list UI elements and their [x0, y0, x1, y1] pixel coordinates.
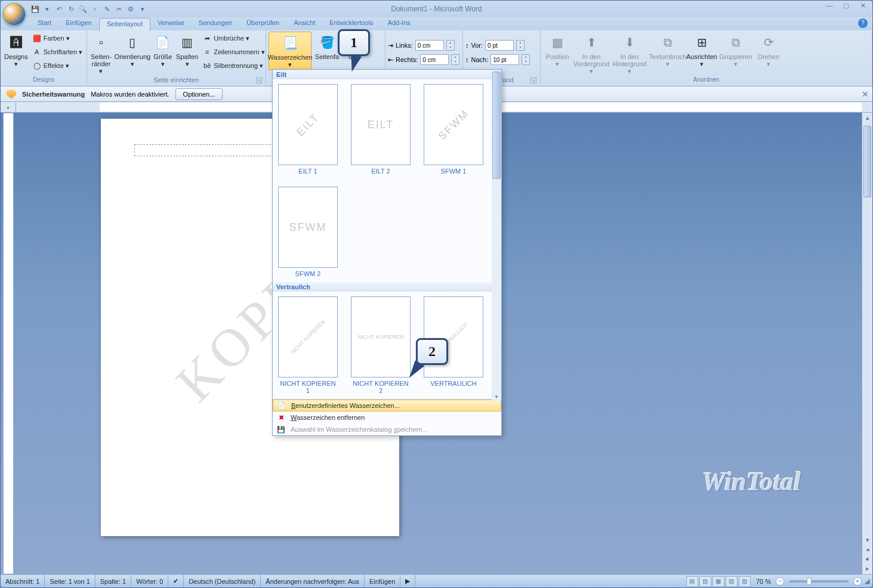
undo-icon[interactable]: ↶	[54, 4, 64, 14]
tab-sendungen[interactable]: Sendungen	[192, 17, 239, 30]
close-button[interactable]: ✕	[856, 2, 870, 13]
vertical-scrollbar[interactable]: ▴ ▾ ◂ ● ▸	[862, 113, 872, 574]
einzug-links-spinner[interactable]: ▲▼	[446, 40, 455, 51]
colors-icon: 🟥	[33, 34, 41, 42]
einzug-rechts-spinner[interactable]: ▲▼	[451, 54, 459, 65]
ausrichten-button[interactable]: ⊞Ausrichten ▾	[687, 32, 716, 69]
tab-start[interactable]: Start	[30, 17, 58, 30]
seitenraender-button[interactable]: ▫Seiten- ränder ▾	[90, 32, 113, 76]
tool2-icon[interactable]: ✂	[114, 4, 124, 14]
vordergrund-button[interactable]: ⬆In den Vordergrund ▾	[573, 32, 610, 76]
einzug-rechts-input[interactable]	[420, 54, 449, 65]
abstand-vor-spinner[interactable]: ▲▼	[516, 40, 525, 51]
custom-watermark-menuitem[interactable]: 📄 Benutzerdefiniertes Wasserzeichen...	[273, 400, 501, 411]
seitenfarbe-button[interactable]: 🪣Seitenfa	[313, 32, 341, 61]
view-print-button[interactable]: ▤	[686, 576, 698, 587]
vertical-ruler[interactable]	[3, 113, 14, 574]
gallery-item-nichtkopieren2[interactable]: NICHT KOPIERENNICHT KOPIEREN 2	[350, 296, 411, 394]
group-seite-label: Seite einrichten↘	[90, 76, 263, 86]
gallery-scrollbar[interactable]: ▼	[492, 70, 501, 401]
ruler-corner[interactable]: ▫	[1, 102, 16, 112]
gallery-scroll-thumb[interactable]	[492, 72, 501, 179]
print-preview-icon[interactable]: 🔍	[78, 4, 88, 14]
abstand-vor-input[interactable]	[485, 40, 514, 51]
gallery-item-sfwm1[interactable]: SFWMSFWM 1	[423, 84, 484, 175]
restore-button[interactable]: ▢	[839, 2, 853, 13]
einzug-links-input[interactable]	[415, 40, 444, 51]
status-track[interactable]: Änderungen nachverfolgen: Aus	[261, 575, 365, 587]
tool1-icon[interactable]: ✎	[102, 4, 112, 14]
seite-launcher[interactable]: ↘	[256, 78, 262, 83]
status-seite[interactable]: Seite: 1 von 1	[45, 575, 95, 587]
position-button[interactable]: ▦Position ▾	[543, 32, 572, 69]
hintergrund-button[interactable]: ⬇In den Hintergrund ▾	[611, 32, 648, 76]
save-selection-icon: 💾	[276, 425, 286, 434]
status-proofing[interactable]: ✔	[168, 575, 184, 587]
status-macro[interactable]: ▶	[400, 575, 415, 587]
save-icon[interactable]: 💾	[30, 4, 40, 14]
effekte-button[interactable]: ◯Effekte ▾	[30, 59, 85, 72]
wasserzeichen-button[interactable]: 📃Wasserzeichen ▾	[269, 32, 311, 70]
schriftarten-button[interactable]: ASchriftarten ▾	[30, 45, 85, 58]
status-spalte[interactable]: Spalte: 1	[95, 575, 131, 587]
callout-1-label: 1	[338, 29, 370, 56]
minimize-button[interactable]: —	[822, 2, 837, 13]
absatz-launcher[interactable]: ↘	[530, 78, 536, 83]
tab-seitenlayout[interactable]: Seitenlayout	[99, 18, 151, 31]
gallery-item-nichtkopieren1[interactable]: NICHT KOPIERENNICHT KOPIEREN 1	[277, 296, 338, 394]
next-page-button[interactable]: ▸	[862, 564, 872, 574]
drehen-button[interactable]: ⟳Drehen ▾	[755, 32, 782, 69]
status-sprache[interactable]: Deutsch (Deutschland)	[184, 575, 261, 587]
scroll-up-button[interactable]: ▴	[862, 113, 872, 123]
tab-einfuegen[interactable]: Einfügen	[58, 17, 98, 30]
view-outline-button[interactable]: ▧	[726, 576, 738, 587]
gallery-scroll-down[interactable]: ▼	[492, 394, 501, 400]
scroll-thumb[interactable]	[863, 126, 871, 197]
abstand-nach-input[interactable]	[491, 54, 519, 65]
zoom-in-button[interactable]: +	[853, 577, 862, 586]
zoom-value[interactable]: 70 %	[751, 578, 776, 585]
group-designs-label: Designs	[3, 76, 84, 86]
tab-ueberpruefen[interactable]: Überprüfen	[239, 17, 286, 30]
zoom-out-button[interactable]: −	[776, 577, 784, 586]
tab-ansicht[interactable]: Ansicht	[286, 17, 322, 30]
silbentrennung-button[interactable]: bēSilbentrennung ▾	[200, 59, 267, 72]
qat-customize-icon[interactable]: ▾	[138, 4, 147, 14]
gruppieren-button[interactable]: ⧉Gruppieren ▾	[717, 32, 754, 69]
zeilennummern-button[interactable]: ≡Zeilennummern ▾	[200, 45, 267, 58]
gallery-item-eilt2[interactable]: EILTEILT 2	[350, 84, 411, 175]
zoom-slider[interactable]	[789, 580, 849, 583]
office-button[interactable]	[3, 3, 26, 26]
farben-button[interactable]: 🟥Farben ▾	[30, 32, 85, 45]
space-before-icon: ↕	[465, 42, 469, 49]
view-fullread-button[interactable]: ▥	[699, 576, 711, 587]
zoom-thumb[interactable]	[807, 578, 812, 585]
security-options-button[interactable]: Optionen...	[175, 88, 223, 100]
textumbruch-button[interactable]: ⧉Textumbruch ▾	[649, 32, 686, 69]
security-close-button[interactable]: ✕	[862, 89, 869, 99]
spalten-button[interactable]: ▥Spalten ▾	[175, 32, 199, 69]
gallery-item-sfwm2[interactable]: SFWMSFWM 2	[277, 187, 338, 277]
new-icon[interactable]: ▫	[90, 4, 100, 14]
redo-icon[interactable]: ↻	[66, 4, 76, 14]
abstand-nach-spinner[interactable]: ▲▼	[522, 54, 530, 65]
designs-button[interactable]: 🅰 Designs▾	[3, 32, 29, 69]
status-resize-grip[interactable]: ◢	[862, 577, 872, 585]
help-button[interactable]: ?	[858, 18, 868, 28]
status-woerter[interactable]: Wörter: 0	[131, 575, 168, 587]
remove-watermark-menuitem[interactable]: ✖ Wasserzeichen entfernen	[273, 411, 501, 423]
gallery-item-eilt1[interactable]: EILTEILT 1	[277, 84, 338, 175]
status-mode[interactable]: Einfügen	[365, 575, 400, 587]
tab-addins[interactable]: Add-Ins	[381, 17, 418, 30]
status-abschnitt[interactable]: Abschnitt: 1	[1, 575, 45, 587]
tab-entwicklertools[interactable]: Entwicklertools	[322, 17, 380, 30]
view-web-button[interactable]: ▦	[712, 576, 724, 587]
groesse-button[interactable]: 📄Größe ▾	[152, 32, 174, 69]
tab-verweise[interactable]: Verweise	[150, 17, 192, 30]
tool3-icon[interactable]: ⚙	[126, 4, 135, 14]
group-seite: ▫Seiten- ränder ▾ ▯Orientierung ▾ 📄Größe…	[87, 30, 266, 86]
branding-logo: WinTotal	[702, 466, 801, 497]
umbrueche-button[interactable]: ➦Umbrüche ▾	[200, 32, 267, 45]
view-draft-button[interactable]: ▨	[739, 576, 751, 587]
orientierung-button[interactable]: ▯Orientierung ▾	[114, 32, 151, 69]
